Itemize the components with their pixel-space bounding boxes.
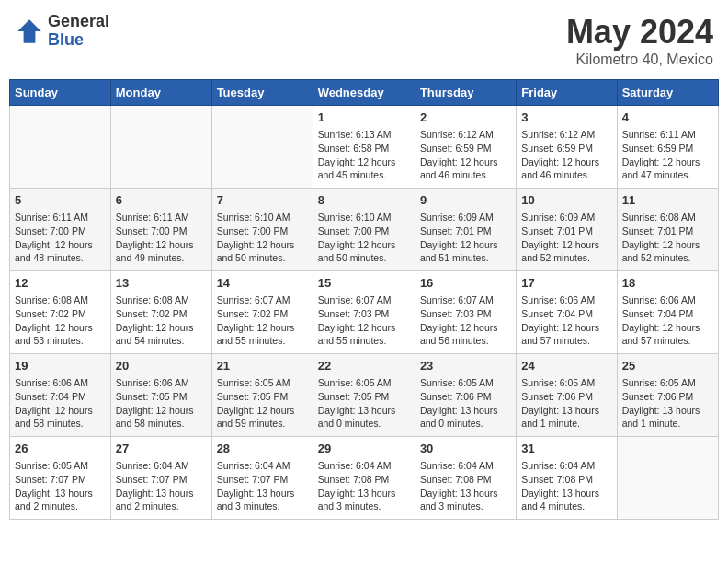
day-number-25: 25 xyxy=(622,358,713,374)
day-6: 6 Sunrise: 6:11 AMSunset: 7:00 PMDayligh… xyxy=(110,189,211,271)
day-number-16: 16 xyxy=(420,275,511,292)
day-number-6: 6 xyxy=(116,192,207,209)
day-21: 21 Sunrise: 6:05 AMSunset: 7:05 PMDaylig… xyxy=(211,354,313,437)
day-27: 27 Sunrise: 6:04 AMSunset: 7:07 PMDaylig… xyxy=(110,437,211,520)
day-number-21: 21 xyxy=(217,358,308,374)
empty-cell xyxy=(110,106,211,189)
calendar-location: Kilometro 40, Mexico xyxy=(566,52,713,68)
logo-general-text: General xyxy=(48,13,109,31)
day-23: 23 Sunrise: 6:05 AMSunset: 7:06 PMDaylig… xyxy=(415,354,516,437)
day-number-11: 11 xyxy=(622,192,713,209)
calendar-table: Sunday Monday Tuesday Wednesday Thursday… xyxy=(9,79,719,520)
day-10: 10 Sunrise: 6:09 AMSunset: 7:01 PMDaylig… xyxy=(517,189,617,271)
header-sunday: Sunday xyxy=(10,80,111,106)
logo-blue-text: Blue xyxy=(48,31,109,50)
header-wednesday: Wednesday xyxy=(313,80,415,106)
day-25: 25 Sunrise: 6:05 AMSunset: 7:06 PMDaylig… xyxy=(617,354,718,437)
day-number-12: 12 xyxy=(15,275,106,292)
empty-cell xyxy=(10,106,111,189)
day-number-31: 31 xyxy=(521,441,611,457)
empty-cell xyxy=(211,106,313,189)
header-saturday: Saturday xyxy=(617,80,718,106)
day-number-27: 27 xyxy=(116,441,207,457)
day-number-30: 30 xyxy=(420,441,511,457)
day-number-4: 4 xyxy=(622,109,713,126)
day-number-23: 23 xyxy=(420,358,511,374)
day-number-17: 17 xyxy=(521,275,611,292)
day-19: 19 Sunrise: 6:06 AMSunset: 7:04 PMDaylig… xyxy=(10,354,111,437)
day-18: 18 Sunrise: 6:06 AMSunset: 7:04 PMDaylig… xyxy=(617,271,718,354)
day-number-2: 2 xyxy=(420,109,511,126)
day-11: 11 Sunrise: 6:08 AMSunset: 7:01 PMDaylig… xyxy=(617,189,718,271)
day-29: 29 Sunrise: 6:04 AMSunset: 7:08 PMDaylig… xyxy=(313,437,415,520)
day-7: 7 Sunrise: 6:10 AMSunset: 7:00 PMDayligh… xyxy=(211,189,313,271)
weekday-header-row: Sunday Monday Tuesday Wednesday Thursday… xyxy=(10,80,719,106)
day-number-1: 1 xyxy=(318,109,410,126)
day-number-24: 24 xyxy=(521,358,611,374)
day-number-13: 13 xyxy=(116,275,207,292)
calendar-row-2: 5 Sunrise: 6:11 AMSunset: 7:00 PMDayligh… xyxy=(10,189,719,271)
day-12: 12 Sunrise: 6:08 AMSunset: 7:02 PMDaylig… xyxy=(10,271,111,354)
day-16: 16 Sunrise: 6:07 AMSunset: 7:03 PMDaylig… xyxy=(415,271,516,354)
day-number-7: 7 xyxy=(217,192,308,209)
calendar-row-1: 1 Sunrise: 6:13 AMSunset: 6:58 PMDayligh… xyxy=(10,106,719,189)
header-thursday: Thursday xyxy=(415,80,516,106)
empty-cell xyxy=(617,437,718,520)
day-number-22: 22 xyxy=(318,358,410,374)
day-number-26: 26 xyxy=(15,441,106,457)
day-number-9: 9 xyxy=(420,192,511,209)
header-tuesday: Tuesday xyxy=(211,80,313,106)
header-monday: Monday xyxy=(110,80,211,106)
day-30: 30 Sunrise: 6:04 AMSunset: 7:08 PMDaylig… xyxy=(415,437,516,520)
day-1: 1 Sunrise: 6:13 AMSunset: 6:58 PMDayligh… xyxy=(313,106,415,189)
day-number-10: 10 xyxy=(521,192,611,209)
logo-icon xyxy=(15,17,44,46)
day-4: 4 Sunrise: 6:11 AMSunset: 6:59 PMDayligh… xyxy=(617,106,718,189)
title-block: May 2024 Kilometro 40, Mexico xyxy=(566,13,713,68)
calendar-row-3: 12 Sunrise: 6:08 AMSunset: 7:02 PMDaylig… xyxy=(10,271,719,354)
day-24: 24 Sunrise: 6:05 AMSunset: 7:06 PMDaylig… xyxy=(517,354,617,437)
day-2: 2 Sunrise: 6:12 AMSunset: 6:59 PMDayligh… xyxy=(415,106,516,189)
day-5: 5 Sunrise: 6:11 AMSunset: 7:00 PMDayligh… xyxy=(10,189,111,271)
day-20: 20 Sunrise: 6:06 AMSunset: 7:05 PMDaylig… xyxy=(110,354,211,437)
logo: General Blue xyxy=(15,13,109,50)
header-friday: Friday xyxy=(517,80,617,106)
day-17: 17 Sunrise: 6:06 AMSunset: 7:04 PMDaylig… xyxy=(517,271,617,354)
day-number-8: 8 xyxy=(318,192,410,209)
calendar-title: May 2024 xyxy=(566,13,713,52)
page-header: General Blue May 2024 Kilometro 40, Mexi… xyxy=(9,9,719,72)
day-15: 15 Sunrise: 6:07 AMSunset: 7:03 PMDaylig… xyxy=(313,271,415,354)
day-number-5: 5 xyxy=(15,192,106,209)
calendar-row-4: 19 Sunrise: 6:06 AMSunset: 7:04 PMDaylig… xyxy=(10,354,719,437)
day-number-20: 20 xyxy=(116,358,207,374)
day-number-18: 18 xyxy=(622,275,713,292)
logo-text: General Blue xyxy=(48,13,109,50)
day-number-14: 14 xyxy=(217,275,308,292)
day-3: 3 Sunrise: 6:12 AMSunset: 6:59 PMDayligh… xyxy=(517,106,617,189)
day-13: 13 Sunrise: 6:08 AMSunset: 7:02 PMDaylig… xyxy=(110,271,211,354)
day-9: 9 Sunrise: 6:09 AMSunset: 7:01 PMDayligh… xyxy=(415,189,516,271)
day-number-29: 29 xyxy=(318,441,410,457)
calendar-row-5: 26 Sunrise: 6:05 AMSunset: 7:07 PMDaylig… xyxy=(10,437,719,520)
day-28: 28 Sunrise: 6:04 AMSunset: 7:07 PMDaylig… xyxy=(211,437,313,520)
day-number-19: 19 xyxy=(15,358,106,374)
day-14: 14 Sunrise: 6:07 AMSunset: 7:02 PMDaylig… xyxy=(211,271,313,354)
day-8: 8 Sunrise: 6:10 AMSunset: 7:00 PMDayligh… xyxy=(313,189,415,271)
day-number-28: 28 xyxy=(217,441,308,457)
day-22: 22 Sunrise: 6:05 AMSunset: 7:05 PMDaylig… xyxy=(313,354,415,437)
svg-marker-0 xyxy=(17,19,41,43)
day-number-3: 3 xyxy=(521,109,611,126)
day-26: 26 Sunrise: 6:05 AMSunset: 7:07 PMDaylig… xyxy=(10,437,111,520)
day-31: 31 Sunrise: 6:04 AMSunset: 7:08 PMDaylig… xyxy=(517,437,617,520)
day-number-15: 15 xyxy=(318,275,410,292)
